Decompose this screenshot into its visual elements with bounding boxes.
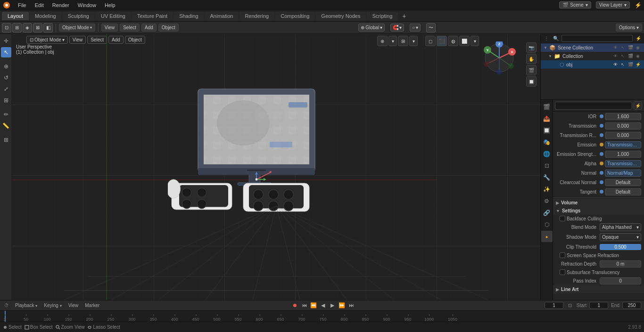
box-select-key[interactable]: Box Select xyxy=(25,324,53,330)
outliner-search-input[interactable] xyxy=(561,35,633,42)
marker-menu[interactable]: Marker xyxy=(83,302,101,308)
vp-view-menu[interactable]: View xyxy=(69,36,86,44)
outliner-holdout-icon[interactable]: ◉ xyxy=(635,44,641,51)
tab-uv-editing[interactable]: UV Editing xyxy=(95,12,131,20)
line-art-section-header[interactable]: ▶ Line Art xyxy=(553,285,644,293)
prop-emission-value[interactable]: Transmission_Electr... xyxy=(605,141,641,148)
prop-tab-output[interactable]: 📤 xyxy=(541,113,553,124)
add-object-tool[interactable]: ⊞ xyxy=(1,135,11,145)
rotate-tool[interactable]: ↺ xyxy=(1,73,11,83)
view-shading-btn[interactable]: 🔲 xyxy=(526,76,537,87)
transport-record[interactable]: ⏺ xyxy=(290,301,299,309)
scene-selector[interactable]: 🎬 Scene ▾ xyxy=(559,1,591,8)
outliner-filter-icon[interactable]: ⚡ xyxy=(635,35,642,42)
prop-tab-physics[interactable]: ⚙ xyxy=(541,195,553,207)
transform-tool[interactable]: ⊞ xyxy=(1,95,11,105)
tab-sculpting[interactable]: Sculpting xyxy=(62,12,95,20)
outliner-collection[interactable]: ▼ 📁 Collection 👁 ↖ 🎬 ◉ xyxy=(541,52,644,60)
vp-add-menu[interactable]: Add xyxy=(108,36,124,44)
proportional-edit[interactable]: ○▾ xyxy=(410,24,421,32)
measure-tool[interactable]: 📏 xyxy=(1,121,11,131)
options-dropdown[interactable]: Options ▾ xyxy=(616,24,642,32)
outliner-obj-rend-icon[interactable]: 🎬 xyxy=(627,61,634,68)
outliner-col-vis-icon[interactable]: 👁 xyxy=(612,53,619,59)
timeline-ruler[interactable]: 1 50 100 150 200 250 300 350 400 450 500… xyxy=(0,311,644,322)
tab-animation[interactable]: Animation xyxy=(205,12,239,20)
navigation-gizmo[interactable]: X Y Z xyxy=(483,41,516,74)
prop-normal-value[interactable]: Normal/Map xyxy=(605,170,641,177)
overlay-toggle[interactable]: ⊕ xyxy=(377,36,388,46)
outliner-col-rend-icon[interactable]: 🎬 xyxy=(627,53,634,59)
scene-3d[interactable] xyxy=(12,34,540,300)
vp-select-menu[interactable]: Select xyxy=(87,36,107,44)
outliner-search-icon[interactable]: 🔍 xyxy=(552,35,560,42)
menu-item-help[interactable]: Help xyxy=(101,1,119,9)
prop-transmission-r-value[interactable]: 0.000 xyxy=(605,132,641,139)
prop-tab-data[interactable]: ⬡ xyxy=(541,219,553,230)
prop-tab-view-layer[interactable]: 🔲 xyxy=(541,125,553,136)
current-frame-input[interactable] xyxy=(545,302,563,309)
vp-mode-selector[interactable]: ⊡ Object Mode ▾ xyxy=(26,36,68,44)
mode-icon-5[interactable]: ◧ xyxy=(43,23,53,32)
blend-mode-dropdown[interactable]: Alpha Hashed ▾ xyxy=(600,223,641,231)
view-menu[interactable]: View xyxy=(101,24,118,32)
outliner-obj-vis-icon[interactable]: 👁 xyxy=(612,61,619,68)
view-render-btn[interactable]: 🎬 xyxy=(526,65,537,75)
select-key[interactable]: Select xyxy=(3,324,22,330)
mode-icon-2[interactable]: ⊞ xyxy=(12,23,22,32)
transport-next-key[interactable]: ⏩ xyxy=(338,301,346,309)
object-mode-dropdown[interactable]: Object Mode ▾ xyxy=(59,24,95,32)
shading-solid[interactable]: ⬛ xyxy=(437,36,447,46)
prop-tab-material[interactable]: ⬥ xyxy=(541,231,553,242)
gizmo-toggle[interactable]: ▾ xyxy=(388,36,397,46)
tab-scripting[interactable]: Scripting xyxy=(366,12,398,20)
prop-tangent-value[interactable]: Default xyxy=(605,188,641,195)
transport-play-backward[interactable]: ◀ xyxy=(319,301,327,309)
use-preview-range[interactable]: ⊡ xyxy=(566,301,574,309)
transform-pivot[interactable]: ⊕ Global ▾ xyxy=(358,24,385,32)
tab-compositing[interactable]: Compositing xyxy=(275,12,315,20)
outliner-obj[interactable]: ⬡ obj 👁 ↖ 🎬 ⚡ xyxy=(541,60,644,69)
prop-tab-modifiers[interactable]: 🔧 xyxy=(541,172,553,183)
backface-culling-checkbox[interactable] xyxy=(560,216,565,221)
view-layer-selector[interactable]: View Layer ▾ xyxy=(596,1,630,8)
outliner-render-icon[interactable]: 🎬 xyxy=(627,44,634,51)
snap-dropdown[interactable]: 🧲▾ xyxy=(390,24,404,32)
move-tool[interactable]: ⊕ xyxy=(1,61,11,72)
prop-transmission-value[interactable]: 0.000 xyxy=(605,122,641,130)
snap-toggle2[interactable]: ▾ xyxy=(409,36,418,46)
tab-texture-paint[interactable]: Texture Paint xyxy=(132,12,173,20)
tab-add[interactable]: + xyxy=(399,11,409,21)
view-camera-btn[interactable]: 📷 xyxy=(526,42,537,53)
prop-tab-scene[interactable]: 🎭 xyxy=(541,137,553,148)
shading-lpe[interactable]: ◍ xyxy=(448,36,458,46)
cursor-tool[interactable]: ✛ xyxy=(1,36,11,46)
annotate-tool[interactable]: ✏ xyxy=(1,109,11,120)
prop-tab-object[interactable]: ⊡ xyxy=(541,160,553,171)
outliner-obj-sel-icon[interactable]: ↖ xyxy=(619,61,626,68)
select-menu[interactable]: Select xyxy=(120,24,140,32)
prop-clearcoat-normal-value[interactable]: Default xyxy=(605,179,641,186)
outliner-scene-collection[interactable]: ▼ 📦 Scene Collection 👁 ↖ 🎬 ◉ xyxy=(541,43,644,52)
graph-icon[interactable]: 〜 xyxy=(426,23,436,32)
menu-item-edit[interactable]: Edit xyxy=(31,1,48,9)
outliner-options-icon[interactable]: ⋮ xyxy=(543,35,550,42)
filter-icon[interactable]: ⚡ xyxy=(634,1,642,9)
tab-rendering[interactable]: Rendering xyxy=(239,12,274,20)
volume-section-header[interactable]: ▶ Volume xyxy=(553,199,644,207)
ssr-checkbox[interactable] xyxy=(560,252,565,258)
outliner-obj-filt-icon[interactable]: ⚡ xyxy=(635,61,641,68)
shading-wire[interactable]: ◻ xyxy=(425,36,436,46)
prop-tab-particles[interactable]: ✨ xyxy=(541,184,553,195)
shading-options[interactable]: ▾ xyxy=(471,36,479,46)
clip-threshold-value[interactable]: 0.500 xyxy=(600,244,641,250)
timeline-icon[interactable]: ⏱ xyxy=(3,301,10,309)
transport-play[interactable]: ▶ xyxy=(328,301,337,309)
tab-layout[interactable]: Layout xyxy=(2,12,29,20)
add-menu[interactable]: Add xyxy=(141,24,157,32)
object-menu[interactable]: Object xyxy=(158,24,179,32)
props-filter-btn[interactable]: ⚡ xyxy=(634,101,642,110)
mode-icon-4[interactable]: ⊠ xyxy=(33,23,42,32)
tab-shading[interactable]: Shading xyxy=(173,12,204,20)
outliner-col-sel-icon[interactable]: ↖ xyxy=(619,53,626,59)
